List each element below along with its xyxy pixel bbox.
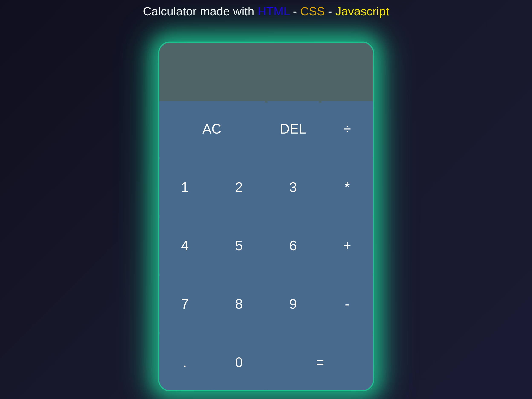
calculator: AC DEL ÷ 1 2 3 * 4 5 6 + 7 8 9 - . 0 = bbox=[158, 42, 374, 391]
title-css-word: CSS bbox=[300, 5, 325, 18]
number-2-button[interactable]: 2 bbox=[213, 159, 265, 215]
plus-button[interactable]: + bbox=[322, 218, 373, 273]
number-7-button[interactable]: 7 bbox=[159, 276, 211, 332]
title-sep-1: - bbox=[290, 5, 300, 18]
number-4-button[interactable]: 4 bbox=[159, 218, 211, 273]
multiply-button[interactable]: * bbox=[322, 159, 373, 215]
minus-button[interactable]: - bbox=[322, 276, 373, 332]
number-1-button[interactable]: 1 bbox=[159, 159, 211, 215]
calculator-wrapper: AC DEL ÷ 1 2 3 * 4 5 6 + 7 8 9 - . 0 = bbox=[158, 42, 374, 391]
calculator-display bbox=[159, 43, 373, 103]
equals-button[interactable]: = bbox=[267, 335, 373, 390]
number-8-button[interactable]: 8 bbox=[213, 276, 265, 332]
number-0-button[interactable]: 0 bbox=[213, 335, 265, 390]
title-html-word: HTML bbox=[258, 5, 290, 18]
number-9-button[interactable]: 9 bbox=[267, 276, 319, 332]
title-sep-2: - bbox=[325, 5, 335, 18]
number-5-button[interactable]: 5 bbox=[213, 218, 265, 273]
number-6-button[interactable]: 6 bbox=[267, 218, 319, 273]
divide-button[interactable]: ÷ bbox=[322, 101, 373, 157]
page-title: Calculator made with HTML - CSS - Javasc… bbox=[143, 4, 389, 18]
all-clear-button[interactable]: AC bbox=[159, 101, 265, 157]
number-3-button[interactable]: 3 bbox=[267, 159, 319, 215]
delete-button[interactable]: DEL bbox=[267, 101, 319, 157]
title-js-word: Javascript bbox=[335, 5, 389, 18]
title-prefix: Calculator made with bbox=[143, 5, 258, 18]
decimal-button[interactable]: . bbox=[159, 335, 211, 390]
